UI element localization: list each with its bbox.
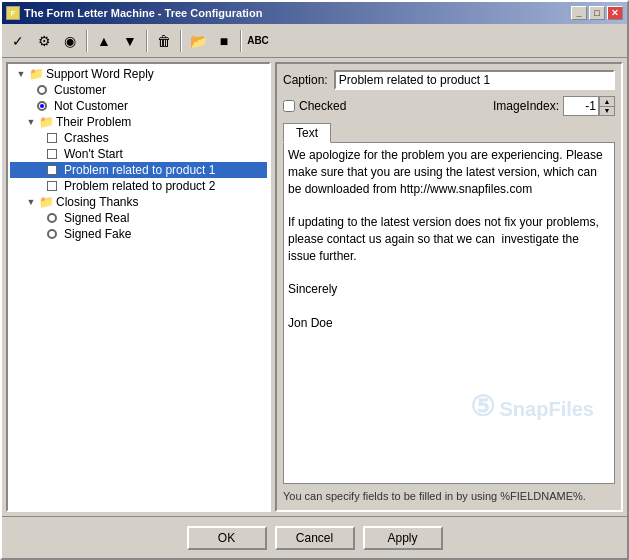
radio-icon-signedreal <box>47 213 57 223</box>
tree-item-notcustomer[interactable]: Not Customer <box>10 98 267 114</box>
tree-label-customer[interactable]: Customer <box>54 83 106 97</box>
tree-label-root[interactable]: Support Word Reply <box>46 67 154 81</box>
folder-icon-closingthanks: 📁 <box>38 195 54 209</box>
expand-icon-theirproblem[interactable]: ▼ <box>24 115 38 129</box>
tree-label-prod1[interactable]: Problem related to product 1 <box>64 163 215 177</box>
tree-item-prod2[interactable]: Problem related to product 2 <box>10 178 267 194</box>
tree-label-crashes[interactable]: Crashes <box>64 131 109 145</box>
watermark: ⑤ SnapFiles <box>470 390 595 423</box>
move-down-button[interactable]: ▼ <box>118 29 142 53</box>
spin-up-button[interactable]: ▲ <box>600 97 614 107</box>
caption-label: Caption: <box>283 73 328 87</box>
toolbar: ✓ ⚙ ◉ ▲ ▼ 🗑 📂 ■ ABC <box>2 24 627 58</box>
tree-item-signedreal[interactable]: Signed Real <box>10 210 267 226</box>
expand-icon-notcustomer <box>28 99 36 113</box>
caption-row: Caption: <box>283 70 615 90</box>
target-button[interactable]: ◉ <box>58 29 82 53</box>
imageindex-input[interactable] <box>563 96 599 116</box>
radio-icon-customer <box>37 85 47 95</box>
expand-icon-customer <box>28 83 36 97</box>
radio-icon-notcustomer <box>37 101 47 111</box>
tree-item-wontstart[interactable]: Won't Start <box>10 146 267 162</box>
tree-label-closingthanks[interactable]: Closing Thanks <box>56 195 139 209</box>
main-window: F The Form Letter Machine - Tree Configu… <box>0 0 629 560</box>
tree-label-wontstart[interactable]: Won't Start <box>64 147 123 161</box>
toolbar-separator-4 <box>240 30 242 52</box>
checked-row: Checked ImageIndex: ▲ ▼ <box>283 96 615 116</box>
expand-icon-closingthanks[interactable]: ▼ <box>24 195 38 209</box>
ok-button[interactable]: OK <box>187 526 267 550</box>
toolbar-separator-2 <box>146 30 148 52</box>
checkbox-icon-prod1 <box>47 165 57 175</box>
content-area: ▼ 📁 Support Word Reply Customer <box>2 58 627 516</box>
apply-button[interactable]: Apply <box>363 526 443 550</box>
folder-icon-theirproblem: 📁 <box>38 115 54 129</box>
tabs-row: Text <box>283 122 615 142</box>
spellcheck-button[interactable]: ABC <box>246 29 270 53</box>
tree-label-prod2[interactable]: Problem related to product 2 <box>64 179 215 193</box>
tree-item-theirproblem[interactable]: ▼ 📁 Their Problem <box>10 114 267 130</box>
maximize-button[interactable]: □ <box>589 6 605 20</box>
hint-text: You can specify fields to be filled in b… <box>283 488 615 504</box>
cancel-button[interactable]: Cancel <box>275 526 355 550</box>
expand-icon-root[interactable]: ▼ <box>14 67 28 81</box>
close-button[interactable]: ✕ <box>607 6 623 20</box>
right-panel: Caption: Checked ImageIndex: ▲ ▼ Text We <box>275 62 623 512</box>
tree-label-theirproblem[interactable]: Their Problem <box>56 115 131 129</box>
title-bar: F The Form Letter Machine - Tree Configu… <box>2 2 627 24</box>
toolbar-separator-3 <box>180 30 182 52</box>
radio-icon-signedfake <box>47 229 57 239</box>
text-content[interactable]: We apologize for the problem you are exp… <box>288 147 610 332</box>
imageindex-label: ImageIndex: <box>493 99 559 113</box>
minimize-button[interactable]: _ <box>571 6 587 20</box>
tab-text[interactable]: Text <box>283 123 331 143</box>
checkbox-icon-wontstart <box>47 149 57 159</box>
delete-button[interactable]: 🗑 <box>152 29 176 53</box>
tree-label-signedreal[interactable]: Signed Real <box>64 211 129 225</box>
tree-item-customer[interactable]: Customer <box>10 82 267 98</box>
tree-item-root[interactable]: ▼ 📁 Support Word Reply <box>10 66 267 82</box>
spin-down-button[interactable]: ▼ <box>600 107 614 116</box>
tree-item-closingthanks[interactable]: ▼ 📁 Closing Thanks <box>10 194 267 210</box>
imageindex-spinner[interactable]: ▲ ▼ <box>599 96 615 116</box>
folder-icon-root: 📁 <box>28 67 44 81</box>
text-area-container: We apologize for the problem you are exp… <box>283 142 615 484</box>
tree-item-prod1[interactable]: Problem related to product 1 <box>10 162 267 178</box>
window-title: The Form Letter Machine - Tree Configura… <box>24 7 262 19</box>
tree-label-notcustomer[interactable]: Not Customer <box>54 99 128 113</box>
open-folder-button[interactable]: 📂 <box>186 29 210 53</box>
checkbox-icon-crashes <box>47 133 57 143</box>
toolbar-separator-1 <box>86 30 88 52</box>
tree-label-signedfake[interactable]: Signed Fake <box>64 227 131 241</box>
tree-panel[interactable]: ▼ 📁 Support Word Reply Customer <box>6 62 271 512</box>
bottom-bar: OK Cancel Apply <box>2 516 627 558</box>
settings-button[interactable]: ⚙ <box>32 29 56 53</box>
checked-label: Checked <box>299 99 346 113</box>
checked-checkbox[interactable] <box>283 100 295 112</box>
check-button[interactable]: ✓ <box>6 29 30 53</box>
move-up-button[interactable]: ▲ <box>92 29 116 53</box>
checkbox-icon-prod2 <box>47 181 57 191</box>
caption-input[interactable] <box>334 70 615 90</box>
app-icon: F <box>6 6 20 20</box>
tree-item-signedfake[interactable]: Signed Fake <box>10 226 267 242</box>
stop-button[interactable]: ■ <box>212 29 236 53</box>
tree-item-crashes[interactable]: Crashes <box>10 130 267 146</box>
